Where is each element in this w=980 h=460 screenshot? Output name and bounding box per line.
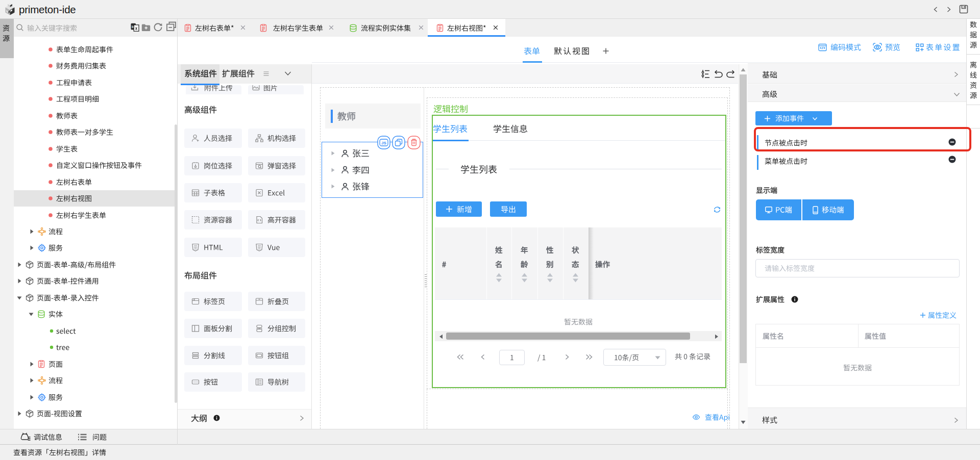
svg-text:JS: JS [381, 141, 386, 145]
